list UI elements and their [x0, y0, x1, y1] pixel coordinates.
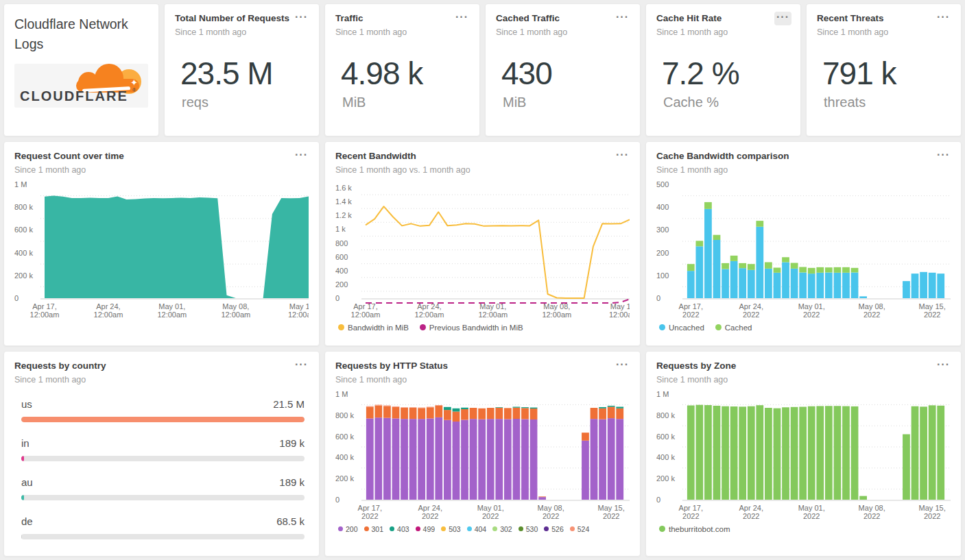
panel-subtitle: Since 1 month ago — [656, 165, 789, 175]
svg-text:2022: 2022 — [482, 512, 499, 520]
country-bar-track — [21, 534, 305, 539]
menu-dots-icon[interactable]: ··· — [293, 359, 310, 373]
svg-text:0: 0 — [656, 496, 660, 504]
legend-dot-icon — [390, 526, 394, 531]
svg-text:12:00am: 12:00am — [542, 311, 571, 319]
svg-text:800: 800 — [335, 239, 348, 247]
menu-dots-icon[interactable]: ··· — [453, 12, 470, 25]
legend-item[interactable]: Previous Bandwidth in MiB — [420, 324, 523, 332]
legend-dot-icon — [570, 526, 575, 531]
card-subtitle: Since 1 month ago — [335, 27, 407, 37]
stat-unit: reqs — [182, 95, 309, 110]
country-bar-track — [21, 456, 305, 461]
brand-card: Cloudflare Network Logs ✦ CLOUDFLARE ® — [3, 3, 159, 136]
panel-title: Cache Bandwidth comparison — [656, 151, 789, 162]
country-bar-track — [21, 417, 305, 422]
menu-dots-icon[interactable]: ··· — [935, 359, 952, 373]
menu-dots-icon[interactable]: ··· — [614, 149, 631, 163]
menu-dots-icon[interactable]: ··· — [774, 12, 791, 25]
country-bar-track — [21, 495, 305, 500]
svg-text:12:00am: 12:00am — [221, 311, 250, 319]
panel-subtitle: Since 1 month ago vs. 1 month ago — [335, 165, 470, 175]
cloudflare-logo-sparkle-icon: ✦ — [130, 77, 138, 88]
svg-text:600 k: 600 k — [335, 432, 354, 440]
country-bar-fill — [21, 417, 305, 422]
card-title: Traffic — [335, 13, 407, 25]
menu-dots-icon[interactable]: ··· — [293, 149, 310, 163]
stat-unit: MiB — [342, 95, 469, 110]
country-code: au — [21, 476, 33, 488]
svg-text:Apr 17,: Apr 17, — [679, 302, 703, 311]
zone-legend: theburritobot.com — [656, 525, 951, 533]
panel-requests-by-zone: Requests by Zone Since 1 month ago ··· 1… — [645, 351, 962, 557]
svg-text:May 08,: May 08, — [859, 504, 885, 512]
cache-legend: UncachedCached — [656, 324, 951, 332]
legend-item[interactable]: 200 — [338, 525, 358, 533]
card-title: Cache Hit Rate — [656, 13, 728, 25]
svg-text:1 k: 1 k — [335, 225, 346, 233]
legend-item[interactable]: 524 — [570, 525, 590, 533]
legend-item[interactable]: Uncached — [659, 324, 704, 332]
svg-text:1 M: 1 M — [335, 390, 348, 398]
menu-dots-icon[interactable]: ··· — [293, 12, 310, 25]
svg-text:2022: 2022 — [361, 512, 378, 520]
menu-dots-icon[interactable]: ··· — [614, 12, 631, 25]
svg-text:2022: 2022 — [743, 311, 759, 319]
svg-text:Apr 24,: Apr 24, — [96, 302, 120, 311]
legend-item[interactable]: 404 — [467, 525, 487, 533]
panel-request-count: Request Count over time Since 1 month ag… — [3, 141, 320, 346]
country-value: 189 k — [279, 437, 305, 449]
legend-item[interactable]: Cached — [715, 324, 752, 332]
svg-text:May 08,: May 08, — [543, 302, 570, 311]
country-value: 21.5 M — [273, 398, 305, 410]
stat-value: 23.5 M — [180, 55, 309, 92]
zone-chart: 1 M800 k600 k400 k200 k0Apr 17,2022Apr 2… — [656, 387, 951, 523]
menu-dots-icon[interactable]: ··· — [935, 12, 952, 25]
recent-bandwidth-chart: 1.6 k1.4 k1.2 k1 k8006004002000Apr 17,12… — [335, 178, 630, 321]
legend-item[interactable]: 503 — [441, 525, 461, 533]
svg-text:2022: 2022 — [743, 512, 759, 520]
svg-text:300: 300 — [656, 226, 669, 234]
chart-row-1: Request Count over time Since 1 month ag… — [3, 141, 962, 346]
svg-text:May 01,: May 01, — [479, 302, 506, 311]
svg-text:0: 0 — [335, 294, 339, 302]
country-bar-fill — [21, 456, 24, 461]
svg-text:200 k: 200 k — [335, 474, 354, 483]
country-bar-fill — [21, 495, 24, 500]
svg-text:Apr 24,: Apr 24, — [418, 504, 442, 512]
legend-item[interactable]: 530 — [519, 525, 538, 533]
svg-text:12:00am: 12:00am — [157, 311, 187, 319]
svg-text:12:00am: 12:00am — [415, 311, 444, 319]
svg-text:400 k: 400 k — [656, 453, 675, 461]
svg-text:2022: 2022 — [803, 311, 820, 319]
stat-value: 430 — [501, 55, 630, 92]
legend-item[interactable]: 526 — [544, 525, 564, 533]
country-code: de — [21, 515, 33, 527]
panel-title: Request Count over time — [14, 151, 124, 162]
legend-item[interactable]: theburritobot.com — [659, 525, 730, 533]
svg-text:12:00am: 12:00am — [478, 311, 508, 319]
svg-text:0: 0 — [335, 496, 339, 504]
country-row-de: de68.5 k — [21, 515, 305, 539]
menu-dots-icon[interactable]: ··· — [935, 149, 952, 163]
country-row-in: in189 k — [21, 437, 305, 461]
svg-text:100: 100 — [656, 271, 669, 280]
legend-item[interactable]: 499 — [416, 525, 436, 533]
menu-dots-icon[interactable]: ··· — [614, 359, 631, 373]
svg-text:12:00a: 12:00a — [288, 311, 309, 319]
svg-text:400 k: 400 k — [14, 249, 33, 257]
stat-card-cached-traffic: Cached Traffic Since 1 month ago ··· 430… — [485, 3, 641, 136]
legend-dot-icon — [441, 526, 446, 531]
panel-cache-bandwidth: Cache Bandwidth comparison Since 1 month… — [645, 141, 962, 346]
panel-subtitle: Since 1 month ago — [656, 375, 736, 385]
svg-text:2022: 2022 — [924, 311, 940, 319]
svg-text:500: 500 — [656, 180, 669, 188]
legend-item[interactable]: 301 — [364, 525, 384, 533]
legend-item[interactable]: 302 — [492, 525, 512, 533]
svg-text:12:00am: 12:00am — [351, 311, 381, 319]
svg-text:May 08,: May 08, — [222, 302, 249, 311]
svg-text:Apr 24,: Apr 24, — [417, 302, 441, 311]
legend-item[interactable]: Bandwidth in MiB — [338, 324, 409, 332]
cache-bandwidth-chart: 5004003002001000Apr 17,2022Apr 24,2022Ma… — [656, 178, 951, 321]
legend-item[interactable]: 403 — [390, 525, 409, 533]
